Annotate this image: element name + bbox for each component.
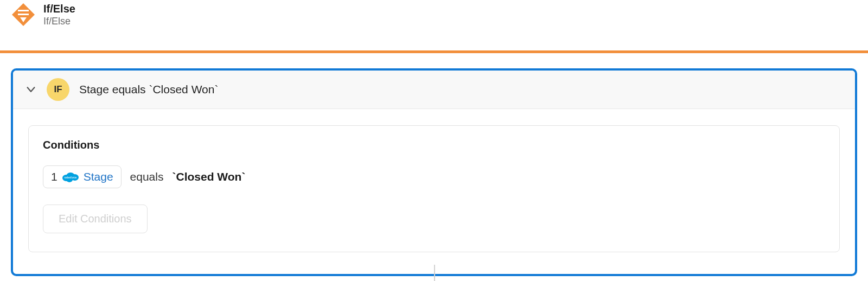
node-title: If/Else [43,2,75,15]
header-text: If/Else If/Else [43,2,75,28]
conditions-title: Conditions [43,139,825,151]
branch-summary: Stage equals `Closed Won` [79,83,218,96]
svg-rect-1 [18,10,29,11]
field-pill[interactable]: 1 salesforce Stage [43,165,122,188]
node-header: If/Else If/Else [0,0,868,28]
condition-index: 1 [51,170,58,183]
edit-conditions-button[interactable]: Edit Conditions [43,205,148,233]
condition-row: 1 salesforce Stage equals `Closed Won` [43,165,825,188]
field-name: Stage [84,170,113,183]
branch-panel: IF Stage equals `Closed Won` Conditions … [11,68,857,276]
branch-header[interactable]: IF Stage equals `Closed Won` [13,71,855,109]
condition-value: `Closed Won` [172,170,245,183]
connector-stub [434,265,435,281]
node-subtitle: If/Else [43,15,75,28]
branch-body: Conditions 1 salesforce Stage [13,109,855,274]
chevron-down-icon [25,84,37,95]
svg-text:salesforce: salesforce [64,176,76,179]
if-else-icon [11,2,36,27]
salesforce-icon: salesforce [62,171,79,183]
svg-rect-2 [18,14,29,15]
if-badge: IF [47,78,69,101]
condition-operator: equals [130,170,164,183]
accent-divider [0,50,868,53]
conditions-box: Conditions 1 salesforce Stage [28,125,840,252]
collapse-toggle[interactable] [25,84,37,95]
